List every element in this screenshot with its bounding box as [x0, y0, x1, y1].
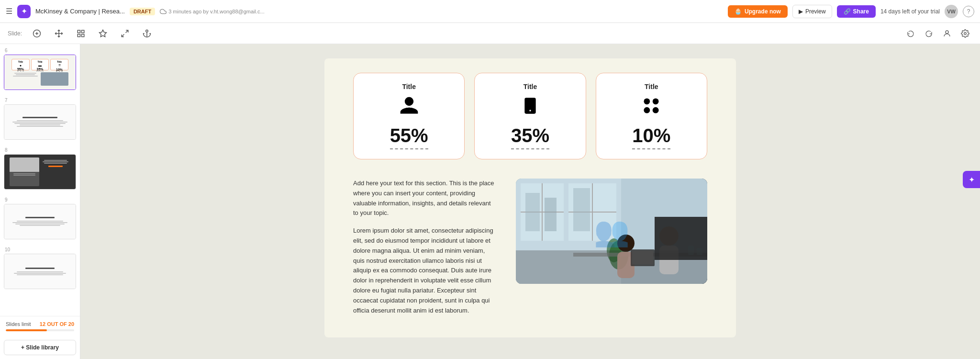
move-button[interactable] [52, 26, 66, 41]
slides-limit-fill [6, 329, 47, 331]
stat-card-3-title: Title [645, 83, 658, 90]
stat-card-1[interactable]: Title 55% [353, 73, 465, 159]
svg-rect-29 [545, 198, 557, 231]
slide-thumb-9[interactable]: 9 [0, 193, 80, 243]
text-paragraph-1: Add here your text for this section. Thi… [353, 179, 497, 218]
meeting-image-placeholder [516, 179, 707, 284]
stat-card-2-title: Title [523, 83, 537, 90]
stat-card-1-value: 55% [390, 125, 428, 149]
slide-num-8: 8 [4, 147, 76, 153]
svg-point-16 [644, 98, 650, 104]
tablet-icon [521, 95, 540, 120]
main-layout: 6 Title ● 55% Title ▬ [0, 44, 980, 359]
save-status: 3 minutes ago by v.ht.wong88@gmail.c... [160, 8, 265, 15]
share-button[interactable]: 🔗 Share [837, 5, 876, 18]
anchor-button[interactable] [140, 26, 154, 41]
slide-num-7: 7 [4, 98, 76, 103]
svg-point-9 [146, 30, 148, 32]
meeting-image[interactable] [516, 179, 707, 284]
slides-limit-row: Slides limit 12 OUT OF 20 [6, 321, 74, 327]
slide-num-6: 6 [4, 48, 76, 53]
svg-point-34 [617, 235, 635, 252]
slide-preview-8 [4, 155, 76, 189]
app-logo: ✦ [17, 5, 31, 18]
preview-button[interactable]: ▶ Preview [792, 5, 832, 18]
canvas-area: Title 55% Title [80, 44, 980, 359]
stat-card-2[interactable]: Title 35% [474, 73, 586, 159]
bottom-section: Add here your text for this section. Thi… [353, 179, 707, 323]
trial-text: 14 days left of your trial [880, 8, 940, 15]
save-text: 3 minutes ago by v.ht.wong88@gmail.c... [168, 9, 265, 14]
slide-preview-10 [4, 254, 76, 289]
share-label: Share [853, 8, 869, 15]
svg-rect-3 [78, 30, 80, 33]
svg-rect-30 [573, 188, 590, 231]
slide-thumb-7[interactable]: 7 [0, 94, 80, 144]
collaboration-button[interactable] [940, 26, 954, 41]
menu-icon[interactable]: ☰ [6, 7, 12, 16]
topbar-left: ☰ ✦ McKinsey & Company | Resea... DRAFT … [6, 5, 723, 18]
svg-rect-28 [525, 193, 540, 231]
draft-badge: DRAFT [130, 8, 155, 15]
text-content: Add here your text for this section. Thi… [353, 179, 497, 323]
theme-button[interactable] [96, 26, 110, 41]
svg-point-18 [644, 107, 650, 113]
magic-button[interactable]: ✦ [963, 171, 980, 188]
upgrade-label: Upgrade now [745, 8, 781, 15]
svg-line-7 [126, 30, 128, 33]
stat-card-3-value: 10% [632, 125, 670, 149]
settings-button[interactable] [958, 26, 972, 41]
slide-canvas[interactable]: Title 55% Title [324, 58, 736, 337]
slide-num-10: 10 [4, 247, 76, 252]
svg-line-8 [122, 34, 124, 36]
topbar: ☰ ✦ McKinsey & Company | Resea... DRAFT … [0, 0, 980, 23]
stat-card-2-value: 35% [511, 125, 549, 149]
slides-sidebar: 6 Title ● 55% Title ▬ [0, 44, 80, 359]
svg-point-12 [964, 32, 967, 34]
toolbar-right [903, 26, 972, 41]
stat-card-1-title: Title [402, 83, 416, 90]
slide-preview-9 [4, 204, 76, 239]
svg-point-11 [946, 31, 948, 34]
svg-rect-43 [516, 250, 707, 284]
help-button[interactable]: ? [963, 6, 974, 17]
svg-rect-14 [524, 98, 535, 113]
resize-button[interactable] [118, 26, 132, 41]
svg-point-17 [653, 98, 659, 104]
slide-thumb-8[interactable]: 8 [0, 144, 80, 193]
slide-num-9: 9 [4, 197, 76, 202]
upgrade-icon: 🧁 [735, 8, 742, 15]
slide-thumb-10[interactable]: 10 [0, 243, 80, 293]
upgrade-button[interactable]: 🧁 Upgrade now [728, 5, 788, 18]
share-icon: 🔗 [844, 8, 851, 15]
svg-rect-4 [82, 30, 84, 33]
slides-limit-bar [6, 329, 74, 331]
svg-rect-5 [78, 34, 80, 36]
avatar-initials: VW [947, 9, 956, 14]
avatar[interactable]: VW [945, 5, 958, 18]
slide-thumb-6[interactable]: 6 Title ● 55% Title ▬ [0, 44, 80, 94]
svg-rect-6 [82, 34, 84, 36]
slide-library-label: + Slide library [21, 344, 59, 351]
text-paragraph-2: Lorem ipsum dolor sit amet, consectetur … [353, 226, 497, 315]
toolbar: Slide: [0, 23, 980, 44]
redo-button[interactable] [922, 26, 936, 41]
slide-label: Slide: [8, 30, 22, 37]
add-slide-button[interactable] [30, 26, 44, 41]
topbar-right: 🧁 Upgrade now ▶ Preview 🔗 Share 14 days … [728, 5, 974, 18]
cloud-icon [160, 8, 167, 15]
slide-thumb-inner-10 [4, 254, 76, 289]
apps-icon [641, 95, 662, 120]
slide-thumb-inner-7 [4, 104, 76, 140]
document-title[interactable]: McKinsey & Company | Resea... [35, 8, 125, 15]
slides-limit-count: 12 OUT OF 20 [40, 321, 74, 327]
undo-button[interactable] [903, 26, 918, 41]
slide-library-button[interactable]: + Slide library [4, 340, 76, 355]
grid-button[interactable] [74, 26, 88, 41]
preview-label: Preview [805, 8, 826, 15]
svg-point-15 [529, 110, 531, 111]
stat-card-3[interactable]: Title 10% [596, 73, 707, 159]
slide-thumb-inner-9 [4, 204, 76, 239]
svg-point-19 [653, 107, 659, 113]
slide-preview-7 [4, 105, 76, 139]
